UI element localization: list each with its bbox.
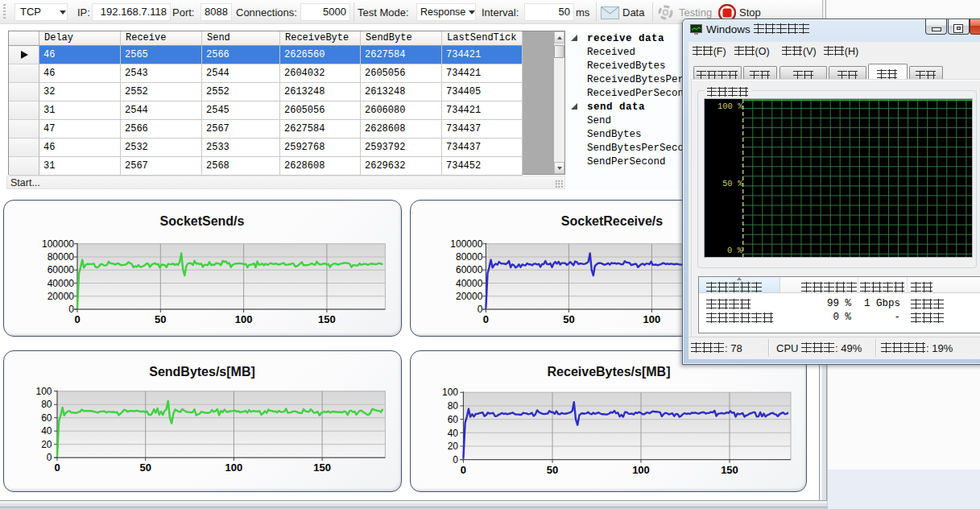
svg-text:50: 50	[139, 461, 151, 474]
svg-text:60: 60	[41, 412, 52, 424]
svg-text:0: 0	[453, 454, 458, 466]
svg-text:100000: 100000	[42, 238, 74, 250]
svg-text:20: 20	[41, 439, 52, 450]
svg-text:60000: 60000	[48, 264, 75, 275]
svg-text:0: 0	[461, 464, 466, 476]
svg-text:20: 20	[448, 441, 459, 452]
svg-text:80000: 80000	[48, 251, 75, 263]
svg-text:60: 60	[448, 414, 459, 425]
svg-text:80: 80	[448, 400, 459, 412]
svg-text:50: 50	[547, 464, 558, 476]
svg-text:0: 0	[54, 461, 60, 474]
svg-text:40000: 40000	[48, 278, 75, 289]
svg-text:40000: 40000	[456, 278, 483, 289]
svg-text:150: 150	[721, 464, 738, 476]
svg-text:100: 100	[442, 387, 458, 398]
svg-text:0: 0	[47, 452, 52, 463]
svg-text:100000: 100000	[450, 238, 482, 250]
svg-text:100: 100	[632, 464, 650, 476]
svg-text:100: 100	[225, 461, 243, 474]
svg-text:80000: 80000	[456, 251, 483, 263]
svg-text:80: 80	[41, 399, 52, 410]
svg-text:150: 150	[313, 461, 331, 474]
svg-text:40: 40	[41, 425, 52, 437]
svg-text:40: 40	[448, 428, 459, 439]
svg-text:60000: 60000	[456, 264, 483, 275]
svg-text:100: 100	[35, 386, 52, 397]
